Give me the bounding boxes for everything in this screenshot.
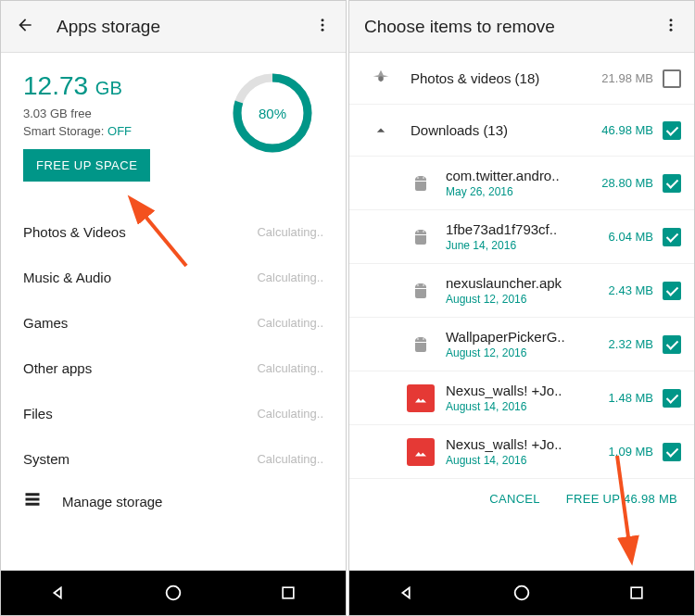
android-icon — [407, 331, 435, 358]
appbar: Choose items to remove — [349, 1, 694, 53]
group-size: 46.98 MB — [594, 123, 653, 137]
file-row[interactable]: WallpaperPickerG..August 12, 2016 2.32 M… — [349, 318, 694, 371]
svg-point-0 — [322, 19, 324, 21]
svg-rect-10 — [283, 587, 294, 598]
back-icon[interactable] — [16, 16, 34, 38]
free-storage: 3.03 GB free — [23, 107, 221, 120]
content: Photos & videos (18) 21.98 MB Downloads … — [349, 53, 694, 571]
storage-icon — [23, 491, 42, 511]
percent-label: 80% — [231, 71, 314, 155]
image-icon — [407, 384, 435, 412]
more-icon[interactable] — [314, 17, 331, 37]
android-navbar — [349, 571, 694, 615]
checkbox[interactable] — [663, 121, 681, 140]
checkbox[interactable] — [663, 443, 681, 461]
image-icon — [407, 438, 435, 466]
category-list: Photos & VideosCalculating.. Music & Aud… — [1, 209, 346, 482]
svg-rect-6 — [26, 498, 40, 501]
svg-point-9 — [167, 586, 181, 600]
more-icon[interactable] — [663, 17, 679, 37]
svg-point-1 — [322, 23, 324, 26]
svg-rect-7 — [26, 503, 40, 506]
group-row-downloads[interactable]: Downloads (13) 46.98 MB — [349, 105, 694, 157]
svg-point-15 — [417, 177, 419, 179]
svg-point-12 — [670, 23, 673, 26]
page-title: Apps storage — [57, 17, 314, 37]
svg-point-17 — [417, 231, 419, 233]
android-icon — [407, 170, 435, 197]
group-size: 21.98 MB — [594, 71, 653, 85]
content: 12.73 GB 3.03 GB free Smart Storage: OFF… — [1, 53, 346, 571]
svg-rect-25 — [631, 587, 642, 598]
chevron-up-icon[interactable] — [366, 121, 396, 140]
category-row[interactable]: SystemCalculating.. — [1, 436, 346, 482]
category-row[interactable]: Other appsCalculating.. — [1, 346, 346, 391]
manage-storage-row[interactable]: Manage storage — [1, 476, 346, 526]
group-row-photos[interactable]: Photos & videos (18) 21.98 MB — [349, 53, 694, 105]
file-row[interactable]: com.twitter.andro..May 26, 2016 28.80 MB — [349, 157, 694, 210]
svg-point-14 — [378, 76, 384, 82]
svg-point-18 — [423, 231, 424, 233]
checkbox[interactable] — [663, 282, 681, 300]
category-row[interactable]: FilesCalculating.. — [1, 391, 346, 436]
cancel-button[interactable]: CANCEL — [489, 492, 540, 506]
svg-point-21 — [417, 338, 419, 340]
free-up-button[interactable]: FREE UP 46.98 MB — [566, 492, 677, 506]
svg-point-20 — [423, 284, 424, 286]
page-title: Choose items to remove — [364, 17, 663, 37]
category-row[interactable]: Music & AudioCalculating.. — [1, 255, 346, 300]
right-screen: Choose items to remove Photos & videos (… — [348, 0, 695, 616]
file-row[interactable]: Nexus_walls! +Jo..August 14, 2016 1.09 M… — [349, 425, 694, 479]
checkbox[interactable] — [663, 174, 681, 193]
svg-point-24 — [515, 586, 529, 600]
total-storage: 12.73 GB — [23, 71, 221, 101]
nav-recent-icon[interactable] — [626, 583, 647, 603]
svg-point-2 — [322, 28, 324, 31]
checkbox[interactable] — [663, 69, 681, 88]
checkbox[interactable] — [663, 335, 681, 354]
appbar: Apps storage — [1, 1, 346, 53]
left-screen: Apps storage 12.73 GB 3.03 GB free Smart… — [0, 0, 347, 616]
svg-point-16 — [423, 177, 424, 179]
android-navbar — [1, 571, 346, 615]
storage-summary: 12.73 GB 3.03 GB free Smart Storage: OFF… — [1, 53, 346, 191]
smart-storage[interactable]: Smart Storage: OFF — [23, 124, 221, 138]
category-row[interactable]: GamesCalculating.. — [1, 300, 346, 346]
svg-point-19 — [417, 284, 419, 286]
free-up-space-button[interactable]: FREE UP SPACE — [23, 149, 150, 182]
android-icon — [407, 277, 435, 305]
checkbox[interactable] — [663, 389, 681, 408]
nav-home-icon[interactable] — [163, 583, 183, 603]
svg-rect-5 — [26, 493, 40, 496]
svg-point-13 — [670, 28, 673, 31]
nav-back-icon[interactable] — [397, 583, 417, 603]
checkbox[interactable] — [663, 228, 681, 246]
file-row[interactable]: nexuslauncher.apkAugust 12, 2016 2.43 MB — [349, 264, 694, 318]
android-icon — [407, 223, 435, 251]
storage-chart: 80% — [221, 71, 323, 155]
file-row[interactable]: Nexus_walls! +Jo..August 14, 2016 1.48 M… — [349, 371, 694, 425]
photos-icon — [366, 69, 396, 89]
category-row[interactable]: Photos & VideosCalculating.. — [1, 209, 346, 255]
file-row[interactable]: 1fbe73ad1f793cf..June 14, 2016 6.04 MB — [349, 210, 694, 264]
nav-home-icon[interactable] — [512, 583, 532, 603]
svg-point-11 — [670, 19, 673, 21]
svg-point-22 — [423, 338, 424, 340]
nav-back-icon[interactable] — [48, 583, 69, 603]
dialog-actions: CANCEL FREE UP 46.98 MB — [349, 479, 694, 519]
nav-recent-icon[interactable] — [278, 583, 298, 603]
